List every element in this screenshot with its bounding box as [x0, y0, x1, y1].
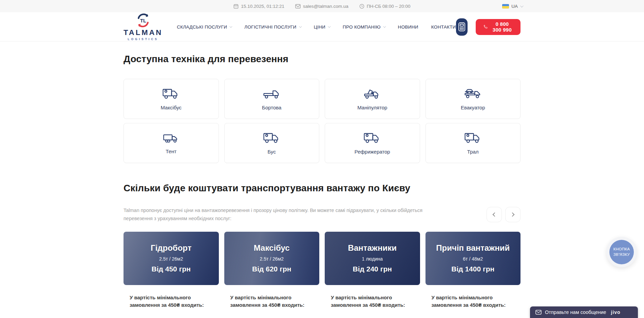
hours-text: ПН-СБ 08:00 – 20:00	[367, 4, 411, 9]
vehicle-label: Трал	[467, 149, 479, 155]
chevron-down-icon	[383, 25, 386, 28]
main-content: Доступна техніка для перевезення Максібу…	[124, 41, 520, 309]
trailer-truck-icon	[464, 131, 482, 144]
pricing-card-maksibus: Максібус 2.5т / 26м2 Від 620 грн У варті…	[224, 232, 320, 309]
vehicle-label: Максібус	[160, 105, 182, 110]
vehicle-card-tent[interactable]: Тент	[124, 123, 219, 163]
nav-item-about-company[interactable]: ПРО КОМПАНІЮ	[343, 24, 385, 30]
pricing-card-hydroboard: Гідроборт 2.5т / 26м2 Від 450 грн У варт…	[124, 232, 219, 309]
van-icon	[263, 131, 281, 144]
pricing-cards: Гідроборт 2.5т / 26м2 Від 450 грн У варт…	[124, 232, 520, 309]
mail-icon	[295, 4, 301, 8]
refrigerator-truck-icon	[363, 131, 381, 144]
pricing-card-spec: 2.5т / 26м2	[260, 256, 284, 262]
nav-item-contacts[interactable]: КОНТАКТИ	[431, 24, 456, 30]
language-code: UA	[511, 4, 518, 9]
pricing-card-spec: 2.5т / 26м2	[159, 256, 183, 262]
pricing-card-price: Від 1400 грн	[451, 265, 494, 273]
topbar: 15.10.2025, 01:12:21 sales@talman.com.ua…	[0, 0, 644, 12]
nav-item-logistics-services[interactable]: ЛОГІСТИЧНІ ПОСЛУГИ	[244, 24, 301, 30]
chat-message: Отправьте нам сообщение	[545, 310, 606, 315]
svg-text:TL: TL	[140, 18, 146, 23]
language-selector[interactable]: UA	[502, 0, 523, 12]
flatbed-truck-icon	[263, 87, 281, 100]
pricing-card-photo[interactable]: Гідроборт 2.5т / 26м2 Від 450 грн	[124, 232, 219, 285]
vehicle-card-evacuator[interactable]: Евакуатор	[425, 79, 521, 119]
tent-truck-icon	[163, 132, 179, 144]
calculator-icon	[458, 22, 466, 32]
pricing-card-loaders: Вантажники 1 людина Від 240 грн У вартіс…	[325, 232, 420, 309]
vehicle-label: Бус	[268, 149, 276, 155]
pricing-card-title: Гідроборт	[151, 243, 191, 253]
carousel-arrows	[487, 207, 520, 222]
vehicle-card-bus[interactable]: Бус	[224, 123, 320, 163]
nav-item-prices[interactable]: ЦІНИ	[314, 24, 330, 30]
pricing-card-price: Від 450 грн	[152, 265, 191, 273]
email-text: sales@talman.com.ua	[303, 4, 348, 9]
nav-label: СКЛАДСЬКІ ПОСЛУГИ	[177, 24, 227, 30]
pricing-card-photo[interactable]: Вантажники 1 людина Від 240 грн	[325, 232, 420, 285]
vehicle-label: Бортова	[262, 105, 281, 110]
page: 15.10.2025, 01:12:21 sales@talman.com.ua…	[0, 0, 644, 318]
pricing-description: Talman пропонує доступні ціни на вантажо…	[124, 207, 436, 223]
talman-logo-emblem-icon: TL	[136, 13, 151, 28]
header-actions: 0 800 300 990	[456, 18, 520, 36]
pricing-card-spec: 6т / 48м2	[463, 256, 483, 262]
vehicle-card-tral[interactable]: Трал	[425, 123, 521, 163]
chat-widget-bar[interactable]: Отправьте нам сообщение jivo	[530, 306, 638, 318]
chevron-down-icon	[299, 25, 302, 28]
vehicles-grid: Максібус Бортова Маніпулятор Евакуатор	[124, 79, 520, 163]
nav-label: ЦІНИ	[314, 24, 325, 30]
nav-label: КОНТАКТИ	[431, 24, 456, 30]
jivo-brand-label: jivo	[611, 310, 621, 315]
main-nav: СКЛАДСЬКІ ПОСЛУГИ ЛОГІСТИЧНІ ПОСЛУГИ ЦІН…	[177, 24, 456, 30]
nav-label: НОВИНИ	[398, 24, 418, 30]
logo-subtitle: LOGISTICS	[128, 38, 158, 41]
talman-logo[interactable]: TL TALMAN LOGISTICS	[124, 13, 163, 41]
vehicle-card-refrigerator[interactable]: Рефрижератор	[325, 123, 420, 163]
tow-truck-icon	[464, 87, 482, 100]
calendar-icon	[233, 4, 239, 9]
chevron-down-icon	[328, 25, 330, 28]
vehicle-card-bortova[interactable]: Бортова	[224, 79, 320, 119]
pricing-card-note: У вартість мінімального замовлення за 45…	[331, 294, 414, 309]
carousel-prev-button[interactable]	[487, 207, 502, 222]
email-link[interactable]: sales@talman.com.ua	[295, 4, 348, 9]
ukraine-flag-icon	[502, 4, 509, 8]
chat-mail-icon	[535, 310, 542, 315]
site-header: TL TALMAN LOGISTICS СКЛАДСЬКІ ПОСЛУГИ ЛО…	[0, 12, 644, 41]
chevron-down-icon	[230, 25, 232, 28]
clock-icon	[359, 4, 364, 9]
pricing-card-price: Від 240 грн	[353, 265, 392, 273]
nav-item-warehouse-services[interactable]: СКЛАДСЬКІ ПОСЛУГИ	[177, 24, 231, 30]
vehicle-label: Рефрижератор	[355, 149, 390, 155]
pricing-card-title: Вантажники	[348, 243, 397, 253]
carousel-next-button[interactable]	[505, 207, 520, 222]
datetime-text: 15.10.2025, 01:12:21	[241, 4, 284, 9]
pricing-header-row: Talman пропонує доступні ціни на вантажо…	[124, 207, 520, 223]
nav-item-news[interactable]: НОВИНИ	[398, 24, 418, 30]
pricing-card-title: Причіп вантажний	[436, 243, 510, 253]
calculator-button[interactable]	[456, 18, 468, 36]
vehicles-section-title: Доступна техніка для перевезення	[124, 54, 520, 65]
vehicle-card-manipulator[interactable]: Маніпулятор	[325, 79, 420, 119]
pricing-card-photo[interactable]: Максібус 2.5т / 26м2 Від 620 грн	[224, 232, 320, 285]
phone-button[interactable]: 0 800 300 990	[476, 19, 520, 35]
vehicle-label: Тент	[166, 148, 176, 154]
pricing-card-photo[interactable]: Причіп вантажний 6т / 48м2 Від 1400 грн	[425, 232, 521, 285]
chevron-right-icon	[510, 213, 515, 217]
pricing-card-note: У вартість мінімального замовлення за 45…	[230, 294, 314, 309]
contact-fab-button[interactable]: КНОПКА ЗВ'ЯЗКУ	[606, 237, 637, 267]
pricing-card-price: Від 620 грн	[252, 265, 291, 273]
pricing-card-cargo-trailer: Причіп вантажний 6т / 48м2 Від 1400 грн …	[425, 232, 521, 309]
nav-label: ПРО КОМПАНІЮ	[343, 24, 381, 30]
nav-label: ЛОГІСТИЧНІ ПОСЛУГИ	[244, 24, 296, 30]
vehicle-label: Евакуатор	[461, 105, 485, 110]
chevron-down-icon	[520, 4, 524, 7]
vehicle-card-maksibus[interactable]: Максібус	[124, 79, 219, 119]
pricing-section-title: Скільки буде коштувати транспортування в…	[124, 183, 520, 194]
phone-number: 0 800 300 990	[491, 21, 513, 33]
working-hours: ПН-СБ 08:00 – 20:00	[359, 4, 411, 9]
contact-fab-label: КНОПКА ЗВ'ЯЗКУ	[609, 240, 634, 264]
pricing-card-spec: 1 людина	[362, 256, 383, 262]
